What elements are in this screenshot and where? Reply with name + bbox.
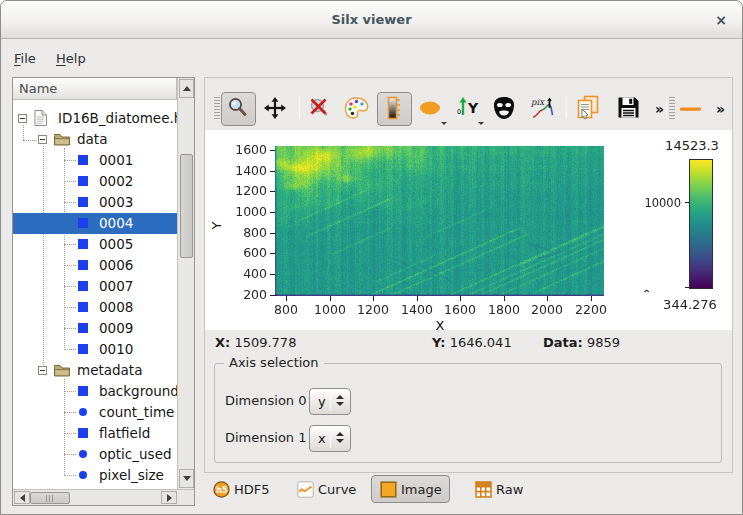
tree-item-pixel_size[interactable]: pixel_size: [13, 465, 177, 486]
hdf5-icon: h5: [213, 481, 230, 498]
horizontal-profile-icon: [679, 102, 703, 117]
colorbar-tickmark: [685, 202, 690, 203]
tree-item-0005[interactable]: 0005: [13, 234, 177, 255]
combo-separator: [330, 392, 331, 411]
dropdown-caret-icon: [478, 122, 484, 125]
y-tick-mark: [270, 295, 275, 296]
tab-curve[interactable]: Curve: [297, 475, 361, 503]
tool-horizontal-profile-button[interactable]: [676, 94, 706, 124]
tree-item-label: 0003: [99, 194, 133, 210]
scroll-right-button[interactable]: [161, 491, 177, 504]
tree-view: ID16B_diatomee.h5data0001000200030004000…: [13, 101, 177, 489]
tree-item-background[interactable]: background: [13, 381, 177, 402]
dimension-1-combo[interactable]: x: [309, 425, 351, 452]
tool-colorbar-button[interactable]: [377, 92, 412, 126]
tree-item-0002[interactable]: 0002: [13, 171, 177, 192]
tab-raw[interactable]: Raw: [475, 475, 533, 503]
y-tick-label: 800: [227, 225, 267, 240]
x-tick-label: 2200: [569, 302, 613, 317]
scroll-down-button[interactable]: [179, 469, 194, 488]
group-folder-icon: [54, 133, 70, 146]
toolbar-separator: [566, 96, 567, 119]
dataset-icon: [78, 218, 88, 228]
toolbar-extension-button[interactable]: »: [655, 101, 664, 117]
y-tick-label: 1600: [227, 142, 267, 157]
tree-expander-icon[interactable]: [18, 114, 27, 123]
dimension-0-combo[interactable]: y: [309, 388, 351, 415]
tree-expander-icon[interactable]: [38, 366, 47, 375]
tool-y-axis-orientation-button[interactable]: Y0: [453, 94, 483, 124]
scroll-up-button[interactable]: [179, 79, 194, 98]
image-icon: [380, 481, 397, 498]
tree-item-metadata[interactable]: metadata: [13, 360, 177, 381]
menu-file[interactable]: File: [12, 49, 38, 68]
tree-item-label: 0005: [99, 236, 133, 252]
toolbar-grip[interactable]: [214, 97, 220, 121]
tool-save-button[interactable]: [613, 94, 643, 124]
tree-item-0003[interactable]: 0003: [13, 192, 177, 213]
toolbar-grip[interactable]: [669, 97, 675, 121]
tree-vertical-scrollbar[interactable]: [177, 78, 194, 489]
tree-horizontal-scrollbar[interactable]: [13, 489, 194, 505]
tool-aspect-ratio-button[interactable]: [416, 94, 446, 124]
tree-item-optic_used[interactable]: optic_used: [13, 444, 177, 465]
tree-item-label: 0002: [99, 173, 133, 189]
y-tick-mark: [270, 212, 275, 213]
x-tick-label: 1600: [438, 302, 482, 317]
tree-item-0004[interactable]: 0004: [13, 213, 177, 234]
vertical-scrollbar-thumb[interactable]: [180, 154, 193, 258]
plot-canvas[interactable]: Y X 160014001200100080060040020080010001…: [205, 130, 732, 330]
y-tick-label: 600: [227, 245, 267, 260]
menu-bar: FileHelp: [1, 40, 742, 73]
tool-mask-button[interactable]: [489, 94, 519, 124]
tree-item-flatfield[interactable]: flatfield: [13, 423, 177, 444]
window-close-button[interactable]: ×: [712, 11, 730, 29]
tab-hdf5[interactable]: h5HDF5: [213, 475, 279, 503]
tool-pan-mode-button[interactable]: [260, 94, 290, 124]
tree-item-count_time[interactable]: count_time: [13, 402, 177, 423]
tool-copy-button[interactable]: [573, 94, 603, 124]
tree-item-0008[interactable]: 0008: [13, 297, 177, 318]
dataset-icon: [78, 197, 88, 207]
y-tick-mark: [270, 150, 275, 151]
tree-item-0006[interactable]: 0006: [13, 255, 177, 276]
window-titlebar[interactable]: Silx viewer ×: [1, 1, 742, 39]
tree-header-name[interactable]: Name: [13, 78, 177, 100]
tool-colormap-button[interactable]: [341, 94, 371, 124]
tree-item-label: data: [77, 131, 107, 147]
y-tick-label: 200: [227, 287, 267, 302]
toolbar-extension-button[interactable]: »: [716, 101, 725, 117]
curve-icon: [297, 481, 314, 498]
arrow-down-icon: [183, 476, 191, 481]
y-tick-mark: [270, 233, 275, 234]
dimension-1-value: x: [318, 431, 326, 446]
tool-reset-zoom-button[interactable]: [305, 94, 335, 124]
tree-item-0007[interactable]: 0007: [13, 276, 177, 297]
tree-item-0010[interactable]: 0010: [13, 339, 177, 360]
tree-item-0009[interactable]: 0009: [13, 318, 177, 339]
dataset-icon: [78, 260, 88, 270]
tree-item-ID16B_diatomee.h5[interactable]: ID16B_diatomee.h5: [13, 108, 177, 129]
x-tick-mark: [286, 296, 287, 301]
colorbar-gradient[interactable]: [689, 159, 713, 289]
y-tick-mark: [270, 171, 275, 172]
x-tick-label: 1800: [482, 302, 526, 317]
menu-help[interactable]: Help: [54, 49, 88, 68]
app-window: Silx viewer × FileHelp Name ID16B_diatom…: [0, 0, 743, 515]
tree-item-data[interactable]: data: [13, 129, 177, 150]
colorbar-clipped-tick-label: 0: [643, 288, 651, 292]
scalar-dataset-icon: [79, 408, 87, 416]
horizontal-scrollbar-thumb[interactable]: [30, 492, 70, 504]
copy-icon: [576, 95, 600, 124]
image-plot[interactable]: [275, 146, 604, 296]
reset-zoom-icon: [308, 96, 332, 123]
tool-pixel-intensity-button[interactable]: pix: [528, 94, 558, 124]
tree-item-0001[interactable]: 0001: [13, 150, 177, 171]
tab-image[interactable]: Image: [371, 475, 450, 503]
data-viewer-panel: Y0pix»» Y X 1600140012001000800600400200…: [204, 77, 733, 473]
x-tick-mark: [330, 296, 331, 301]
tree-expander-icon[interactable]: [38, 135, 47, 144]
arrow-left-icon: [20, 494, 25, 502]
scroll-left-button[interactable]: [14, 491, 30, 504]
tool-zoom-mode-button[interactable]: [221, 92, 256, 126]
